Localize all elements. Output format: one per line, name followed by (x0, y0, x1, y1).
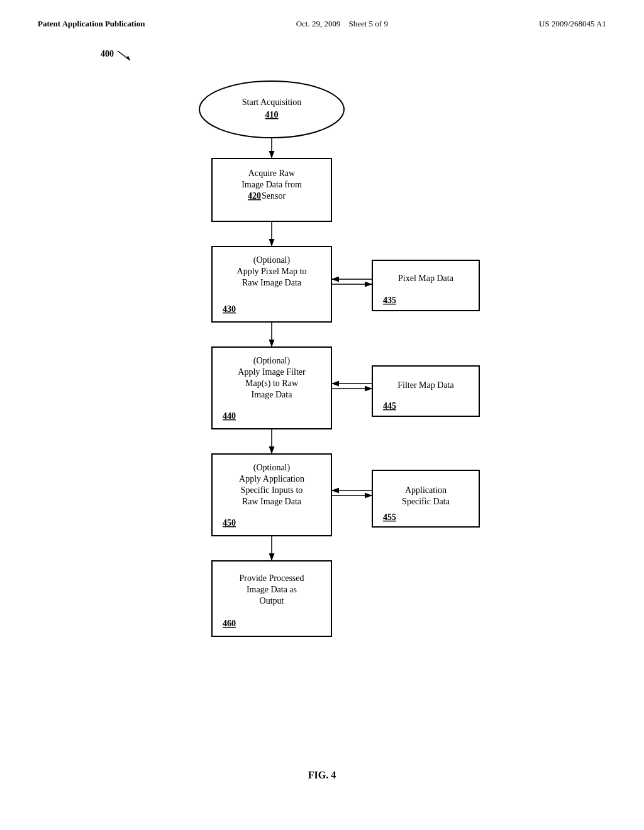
pixel-map-data-text: Pixel Map Data (398, 274, 454, 283)
filter-text-3: Map(s) to Raw (245, 379, 299, 389)
filter-text-4: Image Data (252, 390, 293, 399)
start-ref: 410 (265, 110, 279, 119)
filter-data-text: Filter Map Data (397, 380, 454, 390)
output-ref: 460 (223, 619, 236, 628)
page-header: Patent Application Publication Oct. 29, … (38, 19, 606, 29)
app-data-ref: 455 (383, 512, 396, 522)
app-text-3: Specific Inputs to (241, 485, 303, 495)
output-text-1: Provide Processed (239, 573, 304, 583)
header-sheet: Sheet 5 of 9 (348, 19, 387, 28)
start-text: Start Acquisition (242, 97, 302, 107)
acquire-text-2: Image Data from (242, 180, 302, 189)
output-text-2: Image Data as (247, 585, 297, 594)
app-text-4: Raw Image Data (242, 497, 302, 506)
pixel-map-text-1: (Optional) (253, 255, 291, 265)
app-data-text-1: Application (405, 485, 447, 495)
filter-data-ref: 445 (383, 401, 396, 411)
header-patent-number: US 2009/268045 A1 (539, 19, 606, 29)
pixel-map-ref: 430 (223, 304, 236, 314)
acquire-node (212, 158, 331, 221)
page: Patent Application Publication Oct. 29, … (0, 0, 644, 830)
svg-marker-0 (126, 56, 130, 60)
start-node (199, 81, 344, 138)
filter-text-2: Apply Image Filter (238, 367, 306, 377)
filter-text-1: (Optional) (253, 356, 291, 366)
pixel-map-data-ref: 435 (383, 296, 396, 305)
output-text-3: Output (260, 596, 284, 606)
acquire-text-1: Acquire Raw (248, 169, 296, 178)
diagram-label: 400 (101, 49, 114, 58)
app-text-1: (Optional) (253, 463, 291, 473)
app-text-2: Apply Application (239, 474, 304, 484)
filter-ref: 440 (223, 411, 236, 421)
header-date: Oct. 29, 2009 (296, 19, 341, 28)
app-data-text-2: Specific Data (402, 497, 450, 506)
label-arrow (114, 48, 140, 67)
header-publication: Patent Application Publication (38, 19, 145, 29)
acquire-ref: 420 (248, 191, 261, 201)
pixel-map-text-2: Apply Pixel Map to (237, 267, 307, 276)
figure-label: FIG. 4 (38, 770, 606, 781)
acquire-text-3: Sensor (262, 191, 286, 201)
header-date-sheet: Oct. 29, 2009 Sheet 5 of 9 (296, 19, 388, 29)
app-ref: 450 (223, 518, 236, 528)
flowchart-svg: Start Acquisition 410 Acquire Raw Image … (102, 53, 542, 744)
pixel-map-text-3: Raw Image Data (242, 278, 302, 287)
flowchart: Start Acquisition 410 Acquire Raw Image … (38, 53, 606, 744)
